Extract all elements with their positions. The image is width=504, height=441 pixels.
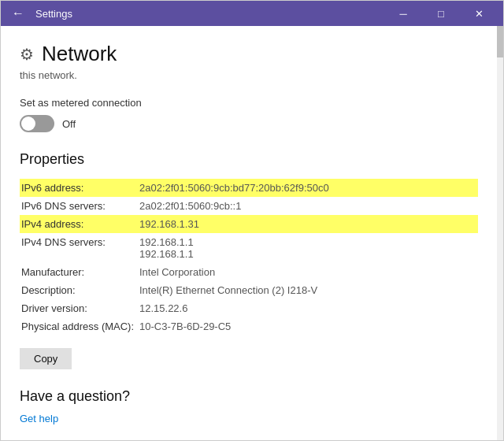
prop-value: Intel(R) Ethernet Connection (2) I218-V	[138, 281, 478, 299]
prop-key: IPv6 address:	[20, 179, 138, 197]
get-help-link[interactable]: Get help	[20, 413, 58, 424]
close-icon: ✕	[475, 8, 484, 20]
prop-key: Driver version:	[20, 299, 138, 317]
toggle-row: Off	[20, 115, 478, 132]
prop-value: 192.168.1.31	[138, 215, 478, 233]
prop-key: Description:	[20, 281, 138, 299]
page-header: ⚙ Network	[20, 42, 478, 66]
prop-key: IPv4 address:	[20, 215, 138, 233]
prop-key: IPv4 DNS servers:	[20, 233, 138, 263]
minimize-icon: ─	[399, 8, 406, 20]
gear-icon: ⚙	[20, 45, 34, 64]
maximize-icon: □	[438, 8, 444, 20]
properties-table: IPv6 address:2a02:2f01:5060:9cb:bd77:20b…	[20, 179, 478, 335]
window-title: Settings	[35, 8, 72, 20]
back-button[interactable]: ←	[7, 2, 29, 24]
prop-value: 12.15.22.6	[138, 299, 478, 317]
copy-button[interactable]: Copy	[20, 348, 72, 369]
table-row: Manufacturer:Intel Corporation	[20, 263, 478, 281]
prop-value: Intel Corporation	[138, 263, 478, 281]
copy-button-label: Copy	[34, 353, 57, 365]
maximize-button[interactable]: □	[423, 1, 459, 26]
properties-heading: Properties	[20, 151, 478, 168]
back-icon: ←	[12, 6, 24, 20]
prop-value: 2a02:2f01:5060:9cb:bd77:20bb:62f9:50c0	[138, 179, 478, 197]
title-bar-left: ← Settings	[7, 2, 72, 24]
table-row: Driver version:12.15.22.6	[20, 299, 478, 317]
title-bar: ← Settings ─ □ ✕	[1, 1, 503, 26]
window-controls: ─ □ ✕	[385, 1, 497, 26]
question-heading: Have a question?	[20, 388, 478, 405]
table-row: IPv4 DNS servers:192.168.1.1192.168.1.1	[20, 233, 478, 263]
prop-key: IPv6 DNS servers:	[20, 197, 138, 215]
prop-value: 2a02:2f01:5060:9cb::1	[138, 197, 478, 215]
prop-key: Physical address (MAC):	[20, 317, 138, 335]
metered-toggle[interactable]	[20, 115, 54, 132]
close-button[interactable]: ✕	[461, 1, 497, 26]
main-content: ⚙ Network this network. Set as metered c…	[1, 26, 497, 440]
content-area: ⚙ Network this network. Set as metered c…	[1, 26, 503, 440]
page-subtitle: this network.	[20, 69, 478, 81]
page-title: Network	[42, 42, 117, 66]
metered-label: Set as metered connection	[20, 97, 478, 109]
table-row: IPv4 address:192.168.1.31	[20, 215, 478, 233]
minimize-button[interactable]: ─	[385, 1, 421, 26]
toggle-label: Off	[62, 118, 76, 130]
scrollbar[interactable]	[497, 26, 503, 440]
prop-value: 192.168.1.1192.168.1.1	[138, 233, 478, 263]
table-row: IPv6 address:2a02:2f01:5060:9cb:bd77:20b…	[20, 179, 478, 197]
toggle-knob	[21, 117, 35, 131]
prop-value: 10-C3-7B-6D-29-C5	[138, 317, 478, 335]
table-row: IPv6 DNS servers:2a02:2f01:5060:9cb::1	[20, 197, 478, 215]
window: ← Settings ─ □ ✕ ⚙ Network this network.	[0, 0, 504, 441]
scrollbar-thumb	[497, 26, 503, 57]
prop-key: Manufacturer:	[20, 263, 138, 281]
table-row: Physical address (MAC):10-C3-7B-6D-29-C5	[20, 317, 478, 335]
table-row: Description:Intel(R) Ethernet Connection…	[20, 281, 478, 299]
